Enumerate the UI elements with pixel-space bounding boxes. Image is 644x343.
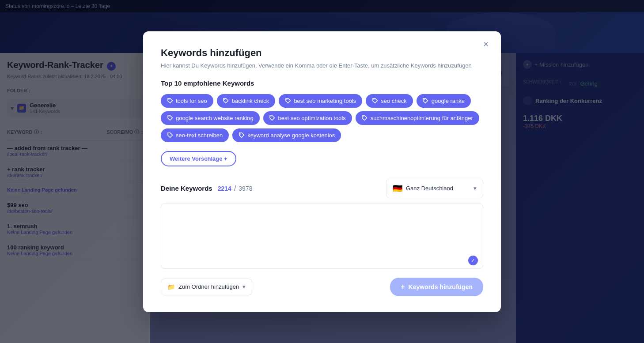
- chip-label: google search website ranking: [176, 115, 254, 121]
- chip-label: seo check: [381, 98, 407, 104]
- chip-label: keyword analyse google kostenlos: [247, 132, 335, 139]
- chip-label: best seo marketing tools: [294, 98, 356, 104]
- chip-google-ranke[interactable]: google ranke: [417, 94, 471, 108]
- svg-point-9: [240, 133, 241, 134]
- svg-point-2: [286, 99, 287, 100]
- textarea-wrapper: ✓: [161, 204, 483, 271]
- modal-overlay: × Keywords hinzufügen Hier kannst Du Key…: [0, 0, 644, 343]
- country-label: Ganz Deutschland: [406, 185, 453, 192]
- svg-point-5: [168, 116, 169, 117]
- country-flag: 🇩🇪: [393, 184, 402, 193]
- top10-section-title: Top 10 empfohlene Keywords: [161, 79, 483, 87]
- folder-select-icon: 📁: [167, 283, 175, 290]
- tag-icon: [167, 132, 173, 138]
- chip-label: seo-text schreiben: [176, 132, 223, 139]
- textarea-check-icon: ✓: [468, 256, 478, 265]
- chip-best-seo-optimization-tools[interactable]: best seo optimization tools: [263, 111, 352, 125]
- tag-icon: [167, 98, 173, 104]
- keywords-current: 2214: [218, 185, 231, 192]
- keyword-textarea[interactable]: [161, 204, 483, 269]
- close-button[interactable]: ×: [480, 38, 492, 51]
- folder-select[interactable]: 📁 Zum Ordner hinzufügen ▾: [161, 279, 252, 295]
- svg-point-7: [363, 116, 364, 117]
- svg-point-4: [424, 99, 425, 100]
- chip-google-search-website-ranking[interactable]: google search website ranking: [161, 111, 260, 125]
- chip-seo-check[interactable]: seo check: [366, 94, 413, 108]
- svg-point-3: [373, 99, 374, 100]
- keywords-row: Deine Keywords 2214 / 3978 🇩🇪 Ganz Deuts…: [161, 179, 483, 198]
- keywords-total: 3978: [239, 185, 252, 192]
- svg-point-8: [168, 133, 169, 134]
- tag-icon: [223, 98, 229, 104]
- chip-backlink-check[interactable]: backlink check: [217, 94, 276, 108]
- chevron-down-icon: ▾: [474, 185, 477, 192]
- deine-keywords-label: Deine Keywords: [161, 185, 212, 192]
- tag-icon: [423, 98, 429, 104]
- country-selector[interactable]: 🇩🇪 Ganz Deutschland ▾: [386, 179, 483, 198]
- svg-point-1: [224, 99, 225, 100]
- tag-icon: [372, 98, 378, 104]
- chip-label: google ranke: [432, 98, 465, 104]
- tag-icon: [285, 98, 291, 104]
- tag-icon: [362, 115, 368, 121]
- plus-icon: +: [401, 283, 405, 291]
- svg-point-6: [271, 116, 272, 117]
- add-keywords-submit-label: Keywords hinzufügen: [409, 283, 473, 290]
- chip-seo-text-schreiben[interactable]: seo-text schreiben: [161, 128, 229, 142]
- modal-title: Keywords hinzufügen: [161, 47, 483, 59]
- chip-label: suchmaschinenoptimierung für anfänger: [371, 115, 473, 121]
- svg-point-0: [168, 99, 169, 100]
- chip-best-seo-marketing-tools[interactable]: best seo marketing tools: [279, 94, 362, 108]
- more-suggestions-label: Weitere Vorschläge +: [170, 155, 227, 162]
- folder-chevron-icon: ▾: [242, 283, 246, 290]
- chip-keyword-analyse-google-kostenlos[interactable]: keyword analyse google kostenlos: [232, 128, 341, 142]
- chip-label: backlink check: [232, 98, 269, 104]
- tag-icon: [269, 115, 276, 121]
- more-suggestions-button[interactable]: Weitere Vorschläge +: [161, 151, 236, 166]
- tag-icon: [239, 132, 245, 138]
- modal-subtitle: Hier kannst Du Keywords hinzufügen. Verw…: [161, 62, 483, 69]
- add-keywords-submit-button[interactable]: + Keywords hinzufügen: [390, 278, 483, 296]
- keywords-separator: /: [234, 185, 236, 192]
- chip-label: best seo optimization tools: [278, 115, 346, 121]
- bottom-bar: 📁 Zum Ordner hinzufügen ▾ + Keywords hin…: [161, 278, 483, 296]
- chips-container: tools for seo backlink check best seo ma…: [161, 94, 483, 142]
- chip-suchmaschinenoptimierung-fuer-anfaenger[interactable]: suchmaschinenoptimierung für anfänger: [356, 111, 479, 125]
- chip-tools-for-seo[interactable]: tools for seo: [161, 94, 213, 108]
- chip-label: tools for seo: [176, 98, 207, 104]
- modal-dialog: × Keywords hinzufügen Hier kannst Du Key…: [143, 31, 501, 312]
- folder-select-label: Zum Ordner hinzufügen: [178, 283, 239, 290]
- tag-icon: [167, 115, 173, 121]
